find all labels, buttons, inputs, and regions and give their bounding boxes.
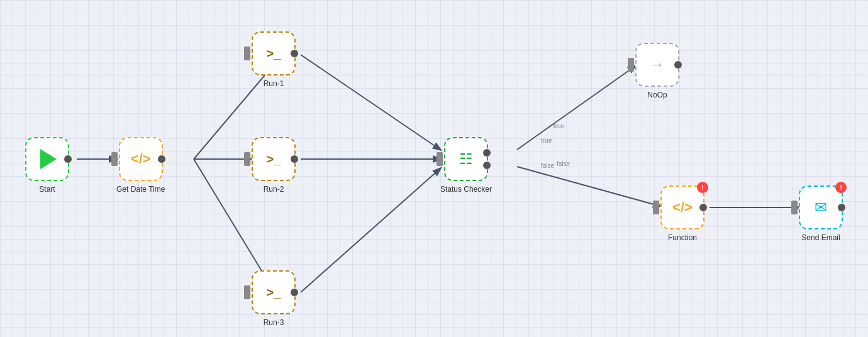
svg-line-8 (517, 167, 660, 206)
noop-node[interactable]: → NoOp (635, 43, 679, 99)
statuschecker-input-tab (437, 152, 443, 166)
terminal3-icon: >_ (267, 285, 281, 300)
getdatetime-output-port[interactable] (158, 155, 165, 163)
getdatetime-input-tab (111, 152, 118, 166)
noop-output-port[interactable] (674, 61, 682, 69)
function-label: Function (668, 233, 697, 242)
true-label: true (554, 123, 564, 130)
run1-label: Run-1 (264, 79, 284, 88)
sendemail-input-tab (791, 201, 798, 214)
status-icon: ☷ (459, 150, 473, 168)
run3-node[interactable]: >_ Run-3 (252, 270, 296, 327)
statuschecker-false-port[interactable] (483, 162, 491, 169)
run1-output-port[interactable] (291, 50, 298, 57)
run2-input-tab (244, 152, 250, 166)
svg-line-6 (301, 168, 440, 292)
true-edge-label: true (541, 137, 552, 144)
function-input-tab (653, 201, 659, 214)
statuschecker-node[interactable]: ☷ Status Checker (440, 137, 492, 194)
noop-label: NoOp (647, 91, 667, 99)
code-icon: </> (131, 151, 151, 167)
sendemail-node[interactable]: ! ✉ Send Email (799, 185, 843, 242)
false-label: false (557, 160, 570, 167)
sendemail-output-port[interactable] (838, 204, 845, 211)
run1-node[interactable]: >_ Run-1 (252, 31, 296, 88)
terminal1-icon: >_ (267, 47, 281, 61)
start-output-port[interactable] (64, 155, 72, 163)
function-warning-badge: ! (697, 182, 708, 193)
run1-input-tab (244, 47, 250, 60)
run3-label: Run-3 (264, 318, 284, 327)
svg-line-4 (301, 55, 440, 150)
false-edge-label: false (541, 162, 554, 169)
start-label: Start (39, 185, 55, 194)
noop-input-tab (628, 58, 634, 72)
noop-icon: → (650, 57, 664, 73)
function-output-port[interactable] (699, 204, 707, 211)
getdatetime-label: Get Date Time (116, 185, 165, 194)
sendemail-label: Send Email (801, 233, 840, 242)
email-icon: ✉ (815, 199, 827, 216)
function-code-icon: </> (672, 199, 693, 216)
workflow-canvas: true false Start </> Get Date Time >_ Ru… (0, 0, 868, 337)
statuschecker-label: Status Checker (440, 185, 492, 194)
svg-line-7 (517, 66, 635, 150)
getdatetime-node[interactable]: </> Get Date Time (116, 137, 165, 194)
run3-input-tab (244, 285, 250, 299)
function-node[interactable]: ! </> Function (660, 185, 704, 242)
run2-label: Run-2 (264, 185, 284, 194)
start-node[interactable]: Start (25, 137, 69, 194)
play-icon (40, 149, 57, 169)
run2-output-port[interactable] (291, 155, 298, 163)
statuschecker-true-port[interactable] (483, 149, 491, 157)
email-warning-badge: ! (835, 182, 847, 193)
terminal2-icon: >_ (267, 152, 281, 167)
run2-node[interactable]: >_ Run-2 (252, 137, 296, 194)
run3-output-port[interactable] (291, 289, 298, 296)
